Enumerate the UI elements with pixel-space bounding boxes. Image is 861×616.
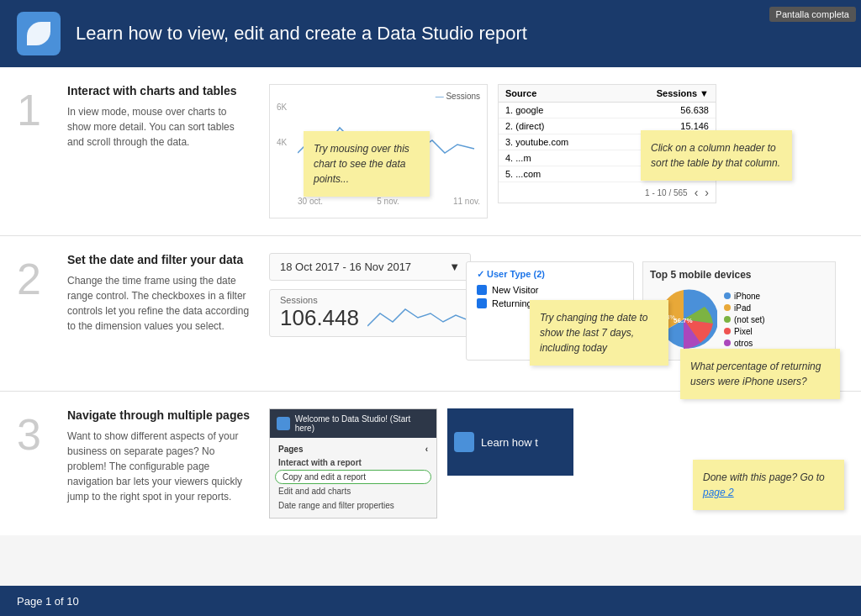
legend-ipad: iPad (724, 303, 765, 313)
section-2-title: Set the date and filter your data (67, 253, 252, 266)
section-3-visuals: Welcome to Data Studio! (Start here) Pag… (269, 408, 844, 519)
logo-box (17, 12, 61, 55)
x-label-1: 5 nov. (377, 197, 399, 206)
nav-item-interact[interactable]: Interact with a report (275, 455, 431, 470)
sessions-big-block: Sessions 106.448 (280, 295, 359, 331)
logo-leaf-icon (27, 22, 50, 45)
pie-area: 56.7% 31.4% iPhone iPad (650, 286, 828, 353)
filter-title: ✓ User Type (2) (477, 269, 623, 280)
section-1-title: Interact with charts and tables (67, 84, 252, 97)
legend-pixel: Pixel (724, 327, 765, 336)
section-2-desc: Change the time frame using the date ran… (67, 273, 252, 334)
sticky-note-page2: Done with this page? Go to page 2 (693, 460, 844, 510)
section-2-visuals: 18 Oct 2017 - 16 Nov 2017 ▼ Sessions 106… (269, 253, 844, 374)
checkbox-returning-visitor[interactable] (477, 298, 487, 308)
nav-logo-icon (277, 417, 290, 430)
prev-page-arrow[interactable]: ‹ (695, 186, 699, 199)
sticky-note-returning: What percentage of returning users were … (680, 349, 840, 399)
legend-dot-otros (724, 340, 731, 346)
sessions-summary-box: Sessions 106.448 (269, 289, 479, 337)
section-3-desc: Want to show different aspects of your b… (67, 429, 252, 504)
page-header: Learn how to view, edit and create a Dat… (0, 0, 861, 67)
filter-label-new: New Visitor (492, 285, 538, 295)
table-row: 1. google56.638 (499, 103, 716, 118)
nav-pages-label: Pages ‹ (275, 443, 431, 455)
section-1-text: Interact with charts and tables In view … (67, 84, 269, 218)
table-header-row[interactable]: Source Sessions ▼ (499, 85, 716, 103)
x-labels: 30 oct. 5 nov. 11 nov. (277, 197, 480, 206)
nav-screenshot-header: Welcome to Data Studio! (Start here) (270, 409, 436, 438)
section-2: 2 Set the date and filter your data Chan… (0, 236, 861, 392)
nav-item-copy[interactable]: Copy and edit a report (275, 470, 431, 484)
pie-legend: iPhone iPad (not set) (724, 292, 765, 348)
legend-dot-iphone (724, 292, 731, 299)
pie-chart-box: Top 5 mobile devices 56.7% (642, 261, 836, 361)
legend-dot-ipad (724, 304, 731, 311)
x-label-2: 11 nov. (453, 197, 480, 206)
nav-screenshot-title: Welcome to Data Studio! (Start here) (295, 414, 430, 433)
nav-screenshot[interactable]: Welcome to Data Studio! (Start here) Pag… (269, 408, 437, 519)
sparkline-svg (367, 297, 468, 330)
nav-screenshot-body: Pages ‹ Interact with a report Copy and … (270, 438, 436, 518)
sticky-note-table1: Click on a column header to sort the tab… (641, 130, 792, 181)
legend-iphone: iPhone (724, 292, 765, 301)
section-number-1: 1 (17, 88, 67, 218)
section-3-text: Navigate through multiple pages Want to … (67, 408, 269, 519)
table-footer: 1 - 10 / 565 ‹ › (499, 182, 716, 203)
header-title: Learn how to view, edit and create a Dat… (76, 23, 527, 45)
next-page-arrow[interactable]: › (705, 186, 709, 199)
section-number-2: 2 (17, 257, 67, 374)
col-sessions[interactable]: Sessions ▼ (657, 88, 709, 98)
nav-item-date-range[interactable]: Date range and filter properties (275, 498, 431, 513)
section-1-desc: In view mode, mouse over charts to show … (67, 104, 252, 150)
pie-chart-title: Top 5 mobile devices (650, 269, 828, 281)
sticky-note-chart1: Try mousing over this chart to see the d… (304, 131, 430, 197)
section-number-3: 3 (17, 413, 67, 519)
main-content: 1 Interact with charts and tables In vie… (0, 67, 861, 535)
pagination-text: 1 - 10 / 565 (645, 188, 688, 197)
checkbox-new-visitor[interactable] (477, 285, 487, 295)
dropdown-arrow-icon[interactable]: ▼ (449, 261, 460, 273)
filter-item-new[interactable]: New Visitor (477, 285, 623, 295)
sessions-big-value: 106.448 (280, 305, 359, 331)
legend-dot-notset (724, 316, 731, 323)
legend-dot-pixel (724, 328, 731, 334)
learn-how-preview: Learn how t (447, 408, 573, 476)
chart-legend-sessions: — Sessions (277, 92, 480, 101)
x-label-0: 30 oct. (298, 197, 323, 206)
pantalla-badge: Pantalla completa (769, 7, 856, 22)
y-label-4k: 4K (277, 138, 287, 147)
nav-item-edit-charts[interactable]: Edit and add charts (275, 484, 431, 498)
sessions-big-label: Sessions (280, 295, 359, 305)
nav-collapse-icon[interactable]: ‹ (425, 445, 428, 454)
date-range-value: 18 Oct 2017 - 16 Nov 2017 (280, 261, 411, 273)
legend-notset: (not set) (724, 315, 765, 324)
section-1: 1 Interact with charts and tables In vie… (0, 67, 861, 236)
section-3-title: Navigate through multiple pages (67, 408, 252, 422)
date-range-picker[interactable]: 18 Oct 2017 - 16 Nov 2017 ▼ (269, 253, 471, 281)
svg-text:56.7%: 56.7% (673, 317, 693, 324)
sessions-line-chart[interactable]: — Sessions 6K 4K 30 oct. 5 nov. 11 nov. … (269, 84, 488, 218)
section-3: 3 Navigate through multiple pages Want t… (0, 392, 861, 535)
bottom-bar: Page 1 of 10 (0, 586, 861, 616)
section-1-visuals: — Sessions 6K 4K 30 oct. 5 nov. 11 nov. … (269, 84, 844, 218)
legend-otros: otros (724, 339, 765, 348)
preview-logo-icon (454, 432, 474, 452)
section-2-text: Set the date and filter your data Change… (67, 253, 269, 374)
source-sessions-table-wrap: Source Sessions ▼ 1. google56.638 2. (di… (498, 84, 716, 218)
page-indicator: Page 1 of 10 (17, 595, 79, 608)
col-source[interactable]: Source (505, 88, 536, 98)
sticky-note-date: Try changing the date to show the last 7… (530, 300, 668, 366)
learn-preview-text: Learn how t (481, 436, 538, 449)
y-label-6k: 6K (277, 103, 287, 112)
date-sessions-wrap: 18 Oct 2017 - 16 Nov 2017 ▼ Sessions 106… (269, 253, 479, 337)
